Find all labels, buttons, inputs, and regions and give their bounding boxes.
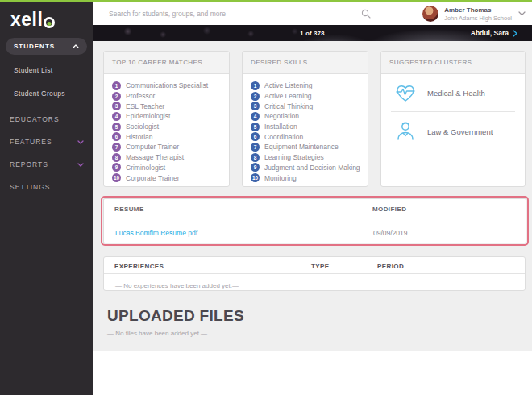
rank-badge: 7 (251, 143, 260, 152)
resume-table-header: RESUME MODIFIED (104, 199, 526, 218)
desired-skill-item[interactable]: 1Active Listening (251, 81, 368, 91)
career-matches-list: 1Communications Specialist 2Professor 3E… (104, 74, 229, 183)
resume-modified-date: 09/09/2019 (373, 229, 408, 237)
user-name: Amber Thomas (444, 6, 512, 15)
career-match-item[interactable]: 9Criminologist (112, 163, 229, 173)
experiences-table: EXPERIENCES TYPE PERIOD — No experiences… (103, 256, 526, 291)
desired-skill-item[interactable]: 3Critical Thinking (251, 101, 368, 111)
cluster-label: Law & Government (427, 127, 493, 136)
cluster-item-medical-health[interactable]: Medical & Health (381, 74, 525, 111)
logo-o-icon (44, 17, 55, 28)
rank-badge: 1 (112, 81, 121, 90)
user-school: John Adams High School (444, 15, 512, 22)
desired-skill-item[interactable]: 5Installation (251, 122, 368, 132)
rank-badge: 10 (112, 173, 121, 182)
career-match-item[interactable]: 6Historian (112, 131, 229, 142)
suggested-clusters-card: SUGGESTED CLUSTERS Medical & Health Law … (380, 51, 526, 187)
rank-badge: 5 (112, 123, 121, 131)
pagination-count: 1 of 378 (93, 30, 532, 37)
desired-skills-list: 1Active Listening 2Active Learning 3Crit… (243, 74, 368, 183)
search-input[interactable] (109, 2, 431, 25)
rank-badge: 4 (112, 112, 121, 121)
sidebar-item-students[interactable]: STUDENTS (6, 38, 87, 55)
rank-badge: 4 (251, 112, 260, 121)
cluster-item-law-government[interactable]: Law & Government (381, 112, 525, 151)
career-match-item[interactable]: 4Epidemiologist (112, 111, 229, 122)
cluster-label: Medical & Health (427, 89, 485, 98)
search-icon[interactable] (361, 9, 371, 19)
desired-skill-item[interactable]: 4Negotiation (251, 111, 368, 122)
sidebar-item-features[interactable]: FEATURES (10, 138, 84, 146)
desired-skill-item[interactable]: 2Active Learning (251, 91, 368, 102)
career-match-item[interactable]: 7Computer Trainer (112, 142, 229, 152)
resume-file-link[interactable]: Lucas Bomfim Resume.pdf (115, 229, 197, 237)
sidebar-item-label: STUDENTS (14, 43, 55, 50)
brand-accent-strip (0, 0, 532, 2)
rank-badge: 3 (112, 102, 121, 110)
sidebar: xell STUDENTS Student List Student Group… (0, 0, 93, 395)
rank-badge: 10 (251, 173, 260, 182)
rank-badge: 8 (112, 153, 121, 162)
sidebar-item-label: FEATURES (10, 138, 52, 146)
career-match-item[interactable]: 8Massage Therapist (112, 152, 229, 163)
desired-skill-item[interactable]: 8Learning Strategies (251, 152, 368, 163)
xello-logo[interactable]: xell (10, 9, 55, 31)
sidebar-item-reports[interactable]: REPORTS (10, 160, 84, 168)
experiences-table-header: EXPERIENCES TYPE PERIOD (104, 257, 525, 274)
sidebar-item-student-groups[interactable]: Student Groups (14, 89, 65, 98)
suggested-clusters-title: SUGGESTED CLUSTERS (381, 52, 525, 74)
desired-skill-item[interactable]: 9Judgment and Decision Making (251, 163, 368, 173)
rank-badge: 6 (112, 132, 121, 141)
column-experiences: EXPERIENCES (114, 263, 164, 270)
desired-skills-card: DESIRED SKILLS 1Active Listening 2Active… (242, 51, 368, 187)
chevron-down-icon (77, 163, 84, 167)
column-period: PERIOD (377, 263, 404, 270)
sidebar-item-label: SETTINGS (10, 183, 51, 191)
sidebar-item-label: EDUCATORS (10, 115, 60, 123)
experiences-empty-text: — No experiences have been added yet.— (115, 282, 239, 289)
career-match-item[interactable]: 1Communications Specialist (112, 81, 229, 91)
resume-highlight-annotation: RESUME MODIFIED Lucas Bomfim Resume.pdf … (101, 196, 529, 246)
career-match-item[interactable]: 2Professor (112, 91, 229, 102)
top-header: Amber Thomas John Adams High School (93, 2, 532, 25)
chevron-up-icon (73, 44, 79, 48)
sidebar-item-label: REPORTS (10, 160, 48, 168)
avatar (422, 6, 438, 22)
sidebar-item-student-list[interactable]: Student List (14, 66, 53, 74)
column-modified: MODIFIED (372, 206, 406, 213)
heart-pulse-icon (394, 82, 417, 103)
student-name-nav[interactable]: Abdul, Sara (471, 29, 517, 37)
desired-skill-item[interactable]: 7Equipment Maintenance (251, 142, 368, 152)
career-matches-card: TOP 10 CAREER MATCHES 1Communications Sp… (103, 51, 230, 187)
chevron-down-icon (518, 11, 526, 16)
career-match-item[interactable]: 10Corporate Trainer (112, 173, 229, 183)
sidebar-item-settings[interactable]: SETTINGS (10, 183, 84, 191)
desired-skill-item[interactable]: 10Monitoring (251, 173, 368, 183)
column-type: TYPE (311, 263, 330, 270)
rank-badge: 9 (251, 163, 260, 172)
career-matches-title: TOP 10 CAREER MATCHES (104, 52, 229, 74)
rank-badge: 7 (112, 143, 121, 152)
law-person-icon (394, 120, 417, 143)
resume-table: RESUME MODIFIED Lucas Bomfim Resume.pdf … (103, 198, 526, 243)
rank-badge: 2 (251, 92, 260, 101)
rank-badge: 8 (251, 153, 260, 162)
rank-badge: 1 (251, 81, 260, 90)
rank-badge: 5 (251, 123, 260, 131)
rank-badge: 2 (112, 92, 121, 101)
student-name: Abdul, Sara (471, 29, 509, 37)
user-menu[interactable]: Amber Thomas John Adams High School (422, 2, 529, 25)
career-match-item[interactable]: 5Sociologist (112, 122, 229, 132)
sidebar-item-educators[interactable]: EDUCATORS (10, 115, 84, 123)
student-banner: 1 of 378 Abdul, Sara (93, 25, 532, 41)
career-match-item[interactable]: 3ESL Teacher (112, 101, 229, 111)
column-resume: RESUME (114, 206, 144, 213)
desired-skills-title: DESIRED SKILLS (243, 52, 368, 74)
rank-badge: 9 (112, 163, 121, 172)
chevron-down-icon (77, 140, 84, 144)
chevron-right-icon (513, 30, 517, 37)
desired-skill-item[interactable]: 6Coordination (251, 131, 368, 142)
uploaded-files-title: UPLOADED FILES (107, 307, 244, 325)
uploaded-files-empty-text: — No files have been added yet.— (107, 330, 207, 337)
logo-text: xell (10, 9, 43, 31)
